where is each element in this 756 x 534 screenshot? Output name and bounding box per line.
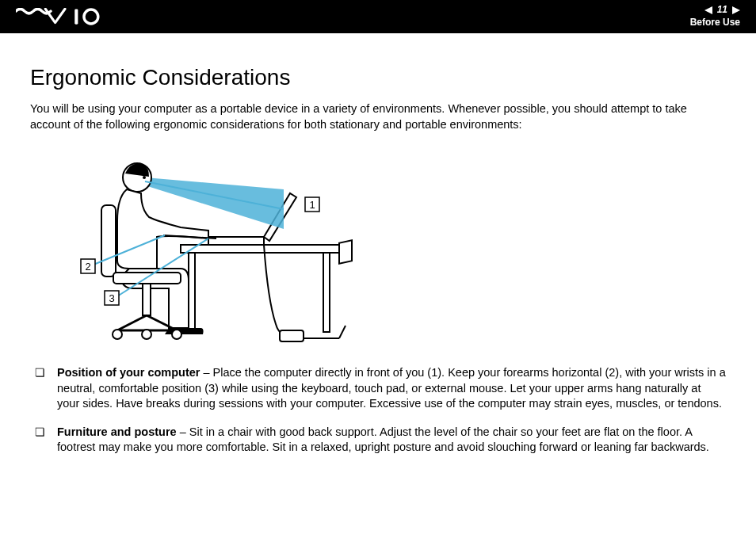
svg-rect-13 xyxy=(143,284,151,315)
svg-rect-3 xyxy=(189,253,195,332)
callout-1: 1 xyxy=(309,199,315,211)
bullet-term: Furniture and posture xyxy=(57,425,177,438)
vaio-logo xyxy=(16,8,103,25)
svg-rect-4 xyxy=(323,253,330,332)
svg-point-9 xyxy=(143,176,146,179)
svg-point-17 xyxy=(113,330,122,339)
svg-rect-2 xyxy=(181,245,339,253)
header-bar: 11 Before Use xyxy=(0,0,756,33)
svg-rect-23 xyxy=(280,330,304,341)
bullet-term: Position of your computer xyxy=(57,366,200,379)
svg-point-18 xyxy=(142,330,151,339)
svg-rect-5 xyxy=(208,237,264,245)
list-item: Furniture and posture – Sit in a chair w… xyxy=(30,425,726,456)
svg-line-15 xyxy=(117,315,147,330)
list-item: Position of your computer – Place the co… xyxy=(30,365,726,412)
intro-text: You will be using your computer as a por… xyxy=(30,101,726,132)
page-content: Ergonomic Considerations You will be usi… xyxy=(0,33,756,484)
callout-2: 2 xyxy=(85,261,90,273)
ergonomics-illustration: 1 2 3 xyxy=(70,142,726,351)
svg-rect-0 xyxy=(74,9,78,24)
svg-rect-24 xyxy=(339,240,352,263)
section-label: Before Use xyxy=(690,17,740,29)
svg-rect-11 xyxy=(101,205,116,277)
page-navigation: 11 xyxy=(704,4,740,17)
callout-3: 3 xyxy=(109,292,114,304)
svg-point-1 xyxy=(84,10,98,24)
prev-page-arrow-icon[interactable] xyxy=(704,6,712,14)
next-page-arrow-icon[interactable] xyxy=(732,6,740,14)
bullet-list: Position of your computer – Place the co… xyxy=(30,365,726,456)
page-title: Ergonomic Considerations xyxy=(30,65,726,90)
header-right: 11 Before Use xyxy=(690,4,740,29)
page-number: 11 xyxy=(717,4,727,17)
svg-point-19 xyxy=(172,330,181,339)
